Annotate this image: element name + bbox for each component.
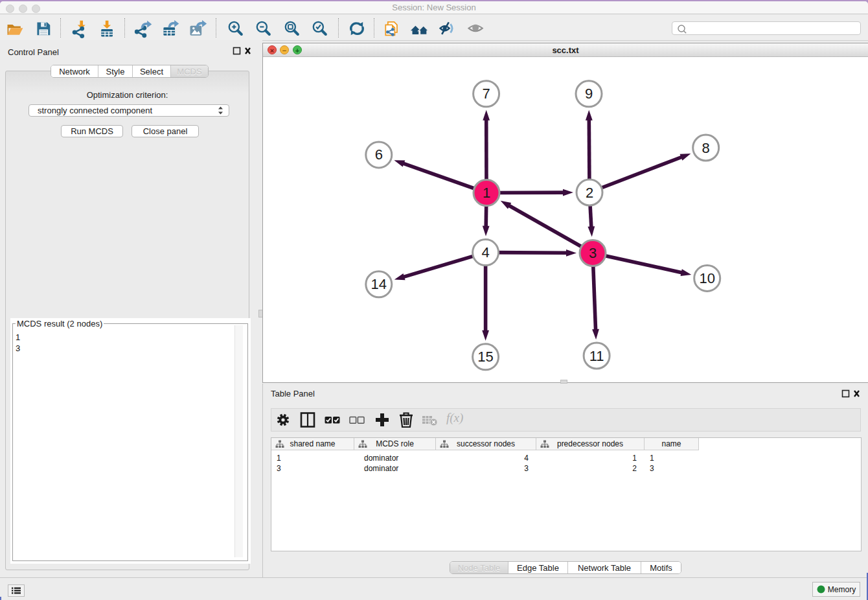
svg-text:1: 1 xyxy=(483,185,490,201)
svg-text:9: 9 xyxy=(585,86,593,102)
svg-text:10: 10 xyxy=(699,270,714,286)
svg-text:4: 4 xyxy=(481,244,489,260)
svg-text:3: 3 xyxy=(589,245,597,261)
svg-text:15: 15 xyxy=(477,349,493,365)
svg-text:8: 8 xyxy=(702,140,710,156)
svg-text:7: 7 xyxy=(482,86,490,102)
svg-text:6: 6 xyxy=(375,146,383,163)
svg-text:14: 14 xyxy=(371,276,387,292)
svg-text:11: 11 xyxy=(589,348,604,364)
svg-text:2: 2 xyxy=(586,185,593,201)
